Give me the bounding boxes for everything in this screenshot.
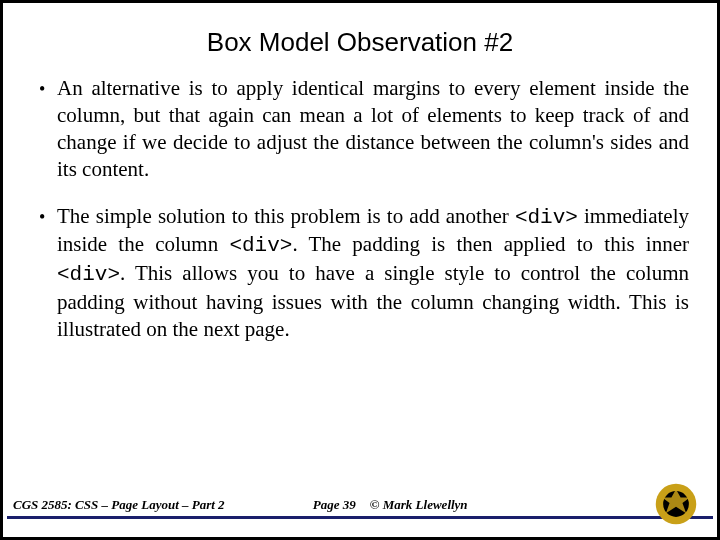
footer-course: CGS 2585: CSS – Page Layout – Part 2 — [13, 497, 225, 513]
code-literal: <div> — [515, 206, 578, 229]
text-run: The simple solution to this problem is t… — [57, 204, 515, 228]
bullet-dot-icon: • — [33, 203, 57, 231]
bullet-item: • The simple solution to this problem is… — [33, 203, 689, 343]
footer-copyright: © Mark Llewellyn — [370, 497, 468, 513]
slide: Box Model Observation #2 • An alternativ… — [2, 2, 718, 538]
text-run: . This allows you to have a single style… — [57, 261, 689, 341]
footer-divider — [7, 516, 713, 519]
bullet-item: • An alternative is to apply identical m… — [33, 75, 689, 183]
text-run: . The padding is then applied to this in… — [292, 232, 689, 256]
slide-content: • An alternative is to apply identical m… — [33, 75, 689, 363]
bullet-text: An alternative is to apply identical mar… — [57, 75, 689, 183]
code-literal: <div> — [229, 234, 292, 257]
slide-footer: CGS 2585: CSS – Page Layout – Part 2 Pag… — [7, 485, 713, 529]
footer-page: Page 39 — [313, 497, 356, 513]
bullet-dot-icon: • — [33, 75, 57, 103]
ucf-logo-icon — [653, 481, 699, 527]
code-literal: <div> — [57, 263, 120, 286]
bullet-text: The simple solution to this problem is t… — [57, 203, 689, 343]
slide-title: Box Model Observation #2 — [3, 27, 717, 58]
